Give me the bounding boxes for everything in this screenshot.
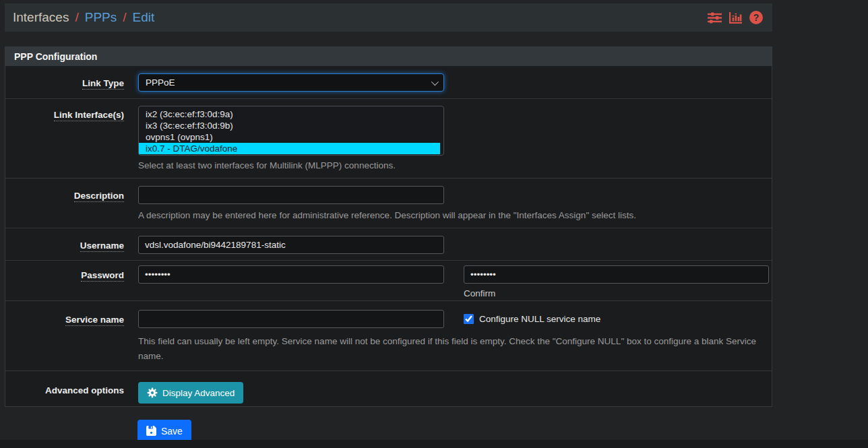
interface-option[interactable]: ix3 (3c:ec:ef:f3:0d:9b) [139,120,440,131]
sliders-icon[interactable] [708,12,722,24]
gear-icon [147,387,158,398]
breadcrumb-separator: / [75,10,78,25]
link-type-selected-value: PPPoE [146,77,175,88]
description-label: Description [74,191,124,202]
header-icons: ? [708,11,763,24]
username-input[interactable] [138,236,444,254]
interface-option[interactable]: ix2 (3c:ec:ef:f3:0d:9a) [139,108,440,120]
display-advanced-label: Display Advanced [162,388,235,398]
service-name-input[interactable] [138,310,444,328]
page-footer-strip [0,440,868,448]
description-help: A description may be entered here for ad… [138,210,758,221]
breadcrumb-interfaces: Interfaces [13,10,69,25]
service-name-row: Service name Configure NULL service name… [5,301,772,371]
help-icon[interactable]: ? [749,11,763,24]
link-interfaces-multiselect[interactable]: ix2 (3c:ec:ef:f3:0d:9a) ix3 (3c:ec:ef:f3… [138,106,444,156]
interface-option[interactable]: ix0.7 - DTAG/vodafone [139,143,440,154]
configure-null-label: Configure NULL service name [479,314,600,324]
breadcrumb-bar: Interfaces / PPPs / Edit [5,3,772,32]
password-row: Password Confirm [5,261,772,301]
link-interfaces-label: Link Interface(s) [54,110,124,121]
advanced-options-label: Advanced options [45,385,124,396]
ppp-configuration-panel: PPP Configuration Link Type PPPoE Link I… [5,46,772,407]
save-floppy-icon [146,426,156,436]
save-button-label: Save [161,426,183,437]
description-input[interactable] [138,186,444,204]
chevron-down-icon [431,77,439,85]
display-advanced-button[interactable]: Display Advanced [138,382,243,404]
password-input[interactable] [138,265,444,284]
link-interfaces-row: Link Interface(s) ix2 (3c:ec:ef:f3:0d:9a… [5,99,772,179]
configure-null-checkbox[interactable] [464,314,474,324]
form-actions: Save [137,420,772,442]
username-label: Username [80,241,124,252]
service-name-help: This field can usually be left empty. Se… [138,334,758,364]
advanced-options-row: Advanced options [5,371,772,406]
confirm-label: Confirm [464,288,769,298]
panel-title: PPP Configuration [5,47,772,66]
breadcrumb-separator: / [123,10,126,25]
interface-option[interactable]: ovpns1 (ovpns1) [139,131,440,143]
save-button[interactable]: Save [137,420,191,442]
password-confirm-input[interactable] [464,265,769,284]
breadcrumb: Interfaces / PPPs / Edit [13,10,154,25]
link-interfaces-help: Select at least two interfaces for Multi… [138,160,758,171]
password-label: Password [81,270,124,282]
link-type-label: Link Type [82,78,124,90]
link-type-row: Link Type PPPoE [5,66,772,99]
username-row: Username [5,228,772,261]
link-type-select[interactable]: PPPoE [138,73,444,92]
description-row: Description A description may be entered… [5,179,772,228]
breadcrumb-ppps-link[interactable]: PPPs [85,10,117,25]
traffic-graph-icon[interactable] [729,12,742,24]
service-name-label: Service name [65,315,124,326]
breadcrumb-edit-link[interactable]: Edit [133,10,155,25]
content-column: Interfaces / PPPs / Edit [5,3,772,442]
